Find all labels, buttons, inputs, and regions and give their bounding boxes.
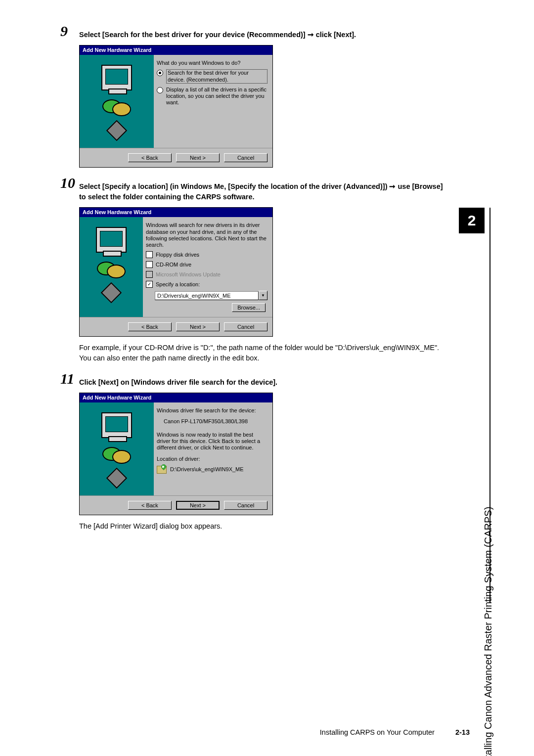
footer-section: Installing CARPS on Your Computer — [320, 728, 435, 736]
dialog-title: Add New Hardware Wizard — [80, 393, 272, 402]
radio-dot-icon — [157, 87, 163, 93]
device-name: Canon FP-L170/MF350/L380/L398 — [164, 418, 267, 425]
check-label: Microsoft Windows Update — [156, 271, 221, 278]
step-title: Select [Specify a location] (in Windows … — [79, 181, 445, 202]
dialog-desc: Windows is now ready to install the best… — [157, 432, 267, 451]
main-content: 9 Select [Search for the best driver for… — [79, 30, 445, 545]
next-button[interactable]: Next > — [176, 322, 220, 331]
back-button[interactable]: < Back — [128, 501, 172, 510]
dialog-graphic-panel — [80, 55, 154, 148]
wizard-dialog-3: Add New Hardware Wizard Windows driver f… — [79, 393, 273, 515]
monitor-icon — [96, 227, 127, 253]
checkbox-icon — [146, 271, 153, 278]
radio-search-best[interactable]: Search for the best driver for your devi… — [157, 69, 267, 83]
discs-icon — [102, 99, 131, 114]
next-button[interactable]: Next > — [176, 153, 220, 162]
radio-dot-icon — [157, 70, 163, 76]
monitor-icon — [101, 412, 132, 438]
dialog-graphic-panel — [80, 402, 154, 495]
step-number: 9 — [60, 24, 68, 39]
dialog-line1: Windows driver file search for the devic… — [157, 407, 267, 414]
step-after: The [Add Printer Wizard] dialog box appe… — [79, 521, 445, 532]
chapter-tab: 2 — [459, 208, 485, 233]
check-windows-update: Microsoft Windows Update — [146, 271, 267, 278]
wizard-dialog-1: Add New Hardware Wizard What do you want… — [79, 45, 273, 168]
step-title: Click [Next] on [Windows driver file sea… — [79, 377, 445, 388]
browse-button[interactable]: Browse... — [232, 303, 266, 312]
check-label: Floppy disk drives — [156, 252, 199, 258]
discs-icon — [97, 262, 126, 276]
dialog-prompt: What do you want Windows to do? — [157, 60, 267, 66]
inf-file-icon — [157, 466, 167, 474]
back-button[interactable]: < Back — [128, 322, 172, 331]
check-specify-location[interactable]: Specify a location: — [146, 281, 267, 288]
diamond-icon — [106, 468, 127, 489]
checkbox-icon — [146, 261, 153, 268]
step-title: Select [Search for the best driver for y… — [79, 30, 445, 40]
monitor-icon — [101, 65, 132, 90]
step-note: For example, if your CD-ROM drive is "D:… — [79, 343, 445, 363]
location-label: Location of driver: — [157, 456, 267, 462]
discs-icon — [102, 447, 131, 462]
wizard-dialog-2: Add New Hardware Wizard Windows will sea… — [79, 207, 273, 337]
step-9: 9 Select [Search for the best driver for… — [79, 30, 445, 168]
dropdown-arrow-icon[interactable]: ▼ — [259, 291, 267, 300]
cancel-button[interactable]: Cancel — [224, 501, 267, 510]
radio-display-list[interactable]: Display a list of all the drivers in a s… — [157, 87, 267, 106]
diamond-icon — [106, 120, 127, 141]
diamond-icon — [101, 282, 122, 303]
checkbox-icon — [146, 281, 153, 288]
dialog-title: Add New Hardware Wizard — [80, 208, 272, 217]
page-footer: Installing CARPS on Your Computer 2-13 — [320, 728, 470, 736]
back-button[interactable]: < Back — [128, 153, 172, 162]
dialog-intro: Windows will search for new drivers in i… — [146, 222, 267, 248]
page-number: 2-13 — [455, 728, 470, 736]
radio-label: Display a list of all the drivers in a s… — [166, 87, 267, 106]
driver-path: D:\Drivers\uk_eng\WIN9X_ME — [170, 466, 244, 472]
check-floppy[interactable]: Floppy disk drives — [146, 251, 267, 258]
check-cdrom[interactable]: CD-ROM drive — [146, 261, 267, 268]
cancel-button[interactable]: Cancel — [224, 322, 267, 331]
dialog-graphic-panel — [80, 217, 143, 317]
check-label: Specify a location: — [156, 281, 200, 288]
page: 2 Installing Canon Advanced Raster Print… — [0, 0, 534, 756]
next-button[interactable]: Next > — [176, 501, 220, 510]
check-label: CD-ROM drive — [156, 262, 191, 268]
step-number: 11 — [60, 371, 74, 386]
chapter-title-vertical: Installing Canon Advanced Raster Printin… — [483, 507, 494, 756]
step-10: 10 Select [Specify a location] (in Windo… — [79, 181, 445, 363]
cancel-button[interactable]: Cancel — [224, 153, 267, 162]
checkbox-icon — [146, 251, 153, 258]
step-number: 10 — [60, 176, 75, 190]
location-input[interactable]: D:\Drivers\uk_eng\WIN9X_ME — [155, 291, 259, 300]
step-11: 11 Click [Next] on [Windows driver file … — [79, 377, 445, 532]
dialog-title: Add New Hardware Wizard — [80, 45, 272, 55]
radio-label: Search for the best driver for your devi… — [166, 69, 267, 83]
